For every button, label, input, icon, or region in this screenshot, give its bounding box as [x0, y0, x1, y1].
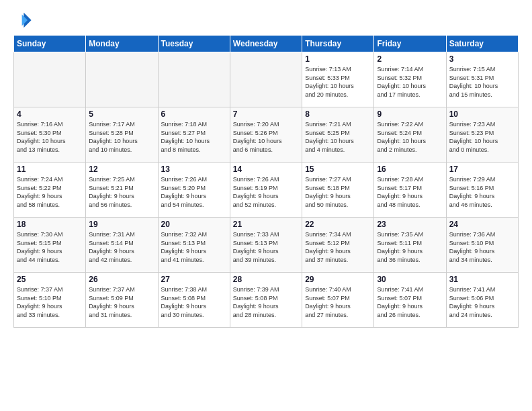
day-number: 18 — [17, 220, 83, 229]
page: SundayMondayTuesdayWednesdayThursdayFrid… — [0, 0, 532, 411]
calendar-header-row: SundayMondayTuesdayWednesdayThursdayFrid… — [14, 36, 519, 52]
calendar-cell: 8Sunrise: 7:21 AM Sunset: 5:25 PM Daylig… — [302, 107, 374, 163]
day-info: Sunrise: 7:31 AM Sunset: 5:14 PM Dayligh… — [89, 230, 154, 264]
day-number: 4 — [17, 109, 83, 119]
day-number: 3 — [449, 54, 515, 64]
calendar-cell: 18Sunrise: 7:30 AM Sunset: 5:15 PM Dayli… — [14, 218, 86, 273]
day-number: 31 — [449, 275, 515, 284]
day-info: Sunrise: 7:37 AM Sunset: 5:10 PM Dayligh… — [17, 285, 83, 319]
day-info: Sunrise: 7:37 AM Sunset: 5:09 PM Dayligh… — [89, 285, 154, 319]
calendar-week-5: 25Sunrise: 7:37 AM Sunset: 5:10 PM Dayli… — [14, 273, 519, 328]
day-number: 8 — [305, 109, 371, 119]
day-number: 25 — [17, 275, 83, 284]
day-number: 22 — [305, 220, 371, 229]
day-info: Sunrise: 7:18 AM Sunset: 5:27 PM Dayligh… — [161, 120, 227, 154]
day-info: Sunrise: 7:25 AM Sunset: 5:21 PM Dayligh… — [89, 175, 154, 209]
calendar-cell: 21Sunrise: 7:33 AM Sunset: 5:13 PM Dayli… — [230, 218, 302, 273]
day-number: 24 — [449, 220, 515, 229]
logo — [13, 11, 35, 30]
day-number: 2 — [377, 54, 443, 64]
calendar-cell — [14, 52, 86, 107]
day-info: Sunrise: 7:21 AM Sunset: 5:25 PM Dayligh… — [305, 120, 371, 154]
day-info: Sunrise: 7:29 AM Sunset: 5:16 PM Dayligh… — [449, 175, 515, 209]
calendar-cell: 30Sunrise: 7:41 AM Sunset: 5:07 PM Dayli… — [374, 273, 446, 328]
calendar-cell: 23Sunrise: 7:35 AM Sunset: 5:11 PM Dayli… — [374, 218, 446, 273]
calendar-cell: 29Sunrise: 7:40 AM Sunset: 5:07 PM Dayli… — [302, 273, 374, 328]
day-number: 28 — [233, 275, 299, 284]
weekday-header-monday: Monday — [86, 36, 158, 52]
day-info: Sunrise: 7:15 AM Sunset: 5:31 PM Dayligh… — [449, 65, 515, 99]
logo-icon — [13, 11, 32, 30]
weekday-header-sunday: Sunday — [14, 36, 86, 52]
calendar-cell: 13Sunrise: 7:26 AM Sunset: 5:20 PM Dayli… — [158, 163, 230, 218]
calendar-cell: 15Sunrise: 7:27 AM Sunset: 5:18 PM Dayli… — [302, 163, 374, 218]
day-info: Sunrise: 7:14 AM Sunset: 5:32 PM Dayligh… — [377, 65, 443, 99]
weekday-header-thursday: Thursday — [302, 36, 374, 52]
day-number: 12 — [89, 165, 154, 174]
calendar-cell: 16Sunrise: 7:28 AM Sunset: 5:17 PM Dayli… — [374, 163, 446, 218]
day-number: 10 — [449, 109, 515, 119]
day-number: 9 — [377, 109, 443, 119]
calendar-week-4: 18Sunrise: 7:30 AM Sunset: 5:15 PM Dayli… — [14, 218, 519, 273]
weekday-header-wednesday: Wednesday — [230, 36, 302, 52]
calendar-cell: 26Sunrise: 7:37 AM Sunset: 5:09 PM Dayli… — [86, 273, 158, 328]
calendar-cell: 1Sunrise: 7:13 AM Sunset: 5:33 PM Daylig… — [302, 52, 374, 107]
weekday-header-saturday: Saturday — [446, 36, 518, 52]
calendar-cell: 31Sunrise: 7:41 AM Sunset: 5:06 PM Dayli… — [446, 273, 518, 328]
day-info: Sunrise: 7:38 AM Sunset: 5:08 PM Dayligh… — [161, 285, 227, 319]
day-info: Sunrise: 7:39 AM Sunset: 5:08 PM Dayligh… — [233, 285, 299, 319]
day-info: Sunrise: 7:30 AM Sunset: 5:15 PM Dayligh… — [17, 230, 83, 264]
day-number: 27 — [161, 275, 227, 284]
calendar-week-2: 4Sunrise: 7:16 AM Sunset: 5:30 PM Daylig… — [14, 107, 519, 163]
day-info: Sunrise: 7:26 AM Sunset: 5:20 PM Dayligh… — [161, 175, 227, 209]
calendar-cell: 14Sunrise: 7:26 AM Sunset: 5:19 PM Dayli… — [230, 163, 302, 218]
day-number: 14 — [233, 165, 299, 174]
day-info: Sunrise: 7:32 AM Sunset: 5:13 PM Dayligh… — [161, 230, 227, 264]
calendar-week-1: 1Sunrise: 7:13 AM Sunset: 5:33 PM Daylig… — [14, 52, 519, 107]
day-info: Sunrise: 7:41 AM Sunset: 5:06 PM Dayligh… — [449, 285, 515, 319]
weekday-header-tuesday: Tuesday — [158, 36, 230, 52]
day-info: Sunrise: 7:22 AM Sunset: 5:24 PM Dayligh… — [377, 120, 443, 154]
calendar-cell: 12Sunrise: 7:25 AM Sunset: 5:21 PM Dayli… — [86, 163, 158, 218]
calendar-cell: 19Sunrise: 7:31 AM Sunset: 5:14 PM Dayli… — [86, 218, 158, 273]
day-info: Sunrise: 7:17 AM Sunset: 5:28 PM Dayligh… — [89, 120, 154, 154]
calendar-cell: 28Sunrise: 7:39 AM Sunset: 5:08 PM Dayli… — [230, 273, 302, 328]
calendar-week-3: 11Sunrise: 7:24 AM Sunset: 5:22 PM Dayli… — [14, 163, 519, 218]
calendar-cell — [230, 52, 302, 107]
day-number: 11 — [17, 165, 83, 174]
day-info: Sunrise: 7:24 AM Sunset: 5:22 PM Dayligh… — [17, 175, 83, 209]
day-info: Sunrise: 7:27 AM Sunset: 5:18 PM Dayligh… — [305, 175, 371, 209]
calendar-cell: 22Sunrise: 7:34 AM Sunset: 5:12 PM Dayli… — [302, 218, 374, 273]
day-number: 26 — [89, 275, 154, 284]
header — [13, 11, 519, 30]
day-info: Sunrise: 7:23 AM Sunset: 5:23 PM Dayligh… — [449, 120, 515, 154]
day-number: 21 — [233, 220, 299, 229]
day-number: 17 — [449, 165, 515, 174]
calendar-cell: 10Sunrise: 7:23 AM Sunset: 5:23 PM Dayli… — [446, 107, 518, 163]
calendar-cell — [158, 52, 230, 107]
day-info: Sunrise: 7:33 AM Sunset: 5:13 PM Dayligh… — [233, 230, 299, 264]
day-info: Sunrise: 7:26 AM Sunset: 5:19 PM Dayligh… — [233, 175, 299, 209]
day-info: Sunrise: 7:34 AM Sunset: 5:12 PM Dayligh… — [305, 230, 371, 264]
calendar-cell: 2Sunrise: 7:14 AM Sunset: 5:32 PM Daylig… — [374, 52, 446, 107]
day-info: Sunrise: 7:35 AM Sunset: 5:11 PM Dayligh… — [377, 230, 443, 264]
calendar-cell: 24Sunrise: 7:36 AM Sunset: 5:10 PM Dayli… — [446, 218, 518, 273]
day-number: 23 — [377, 220, 443, 229]
day-info: Sunrise: 7:36 AM Sunset: 5:10 PM Dayligh… — [449, 230, 515, 264]
calendar-cell: 9Sunrise: 7:22 AM Sunset: 5:24 PM Daylig… — [374, 107, 446, 163]
day-info: Sunrise: 7:40 AM Sunset: 5:07 PM Dayligh… — [305, 285, 371, 319]
day-info: Sunrise: 7:20 AM Sunset: 5:26 PM Dayligh… — [233, 120, 299, 154]
calendar-table: SundayMondayTuesdayWednesdayThursdayFrid… — [13, 35, 519, 328]
day-number: 16 — [377, 165, 443, 174]
calendar-cell: 4Sunrise: 7:16 AM Sunset: 5:30 PM Daylig… — [14, 107, 86, 163]
day-number: 20 — [161, 220, 227, 229]
day-number: 19 — [89, 220, 154, 229]
calendar-cell: 11Sunrise: 7:24 AM Sunset: 5:22 PM Dayli… — [14, 163, 86, 218]
day-info: Sunrise: 7:41 AM Sunset: 5:07 PM Dayligh… — [377, 285, 443, 319]
day-number: 6 — [161, 109, 227, 119]
calendar-cell: 27Sunrise: 7:38 AM Sunset: 5:08 PM Dayli… — [158, 273, 230, 328]
calendar-cell — [86, 52, 158, 107]
calendar-cell: 17Sunrise: 7:29 AM Sunset: 5:16 PM Dayli… — [446, 163, 518, 218]
calendar-cell: 3Sunrise: 7:15 AM Sunset: 5:31 PM Daylig… — [446, 52, 518, 107]
day-info: Sunrise: 7:28 AM Sunset: 5:17 PM Dayligh… — [377, 175, 443, 209]
